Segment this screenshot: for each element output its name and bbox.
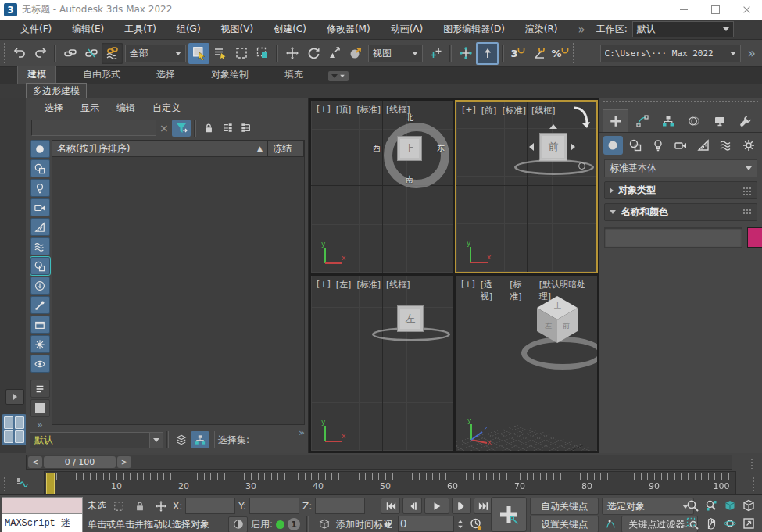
explorer-menu-edit[interactable]: 编辑 bbox=[116, 102, 135, 115]
set-keys-big-button[interactable] bbox=[491, 497, 527, 532]
zoom-region-button[interactable] bbox=[683, 516, 701, 531]
maxscript-mini-listener[interactable]: MAXScript 迷 bbox=[2, 497, 83, 532]
name-column-header[interactable]: 名称(按升序排序) ▲ bbox=[52, 141, 268, 156]
explorer-preset-dropdown[interactable]: 默认 bbox=[30, 432, 150, 448]
viewport-standard-menu[interactable]: [标准] bbox=[510, 279, 533, 302]
maximize-viewport-button[interactable] bbox=[739, 516, 757, 531]
absolute-relative-coords-toggle[interactable] bbox=[152, 498, 170, 514]
next-frame-button[interactable]: > bbox=[117, 456, 131, 468]
time-slider-handle[interactable]: < 0 / 100 > bbox=[28, 456, 131, 468]
tab-create[interactable] bbox=[603, 109, 628, 132]
display-groups-toggle[interactable] bbox=[30, 257, 50, 275]
viewcube-left-arrow-icon[interactable] bbox=[529, 143, 534, 151]
viewport-shading-menu[interactable]: [线框] bbox=[386, 279, 410, 291]
select-by-name-button[interactable] bbox=[209, 43, 231, 64]
expand-tree-button[interactable] bbox=[218, 120, 237, 137]
display-hidden-toggle[interactable] bbox=[30, 355, 50, 373]
viewcube-face[interactable]: 左 bbox=[397, 305, 424, 332]
display-space-warps-toggle[interactable] bbox=[30, 237, 50, 255]
ribbon-minimize-button[interactable] bbox=[328, 71, 349, 81]
viewport-general-menu[interactable]: [+] bbox=[461, 279, 475, 302]
compass-south-label[interactable]: 南 bbox=[406, 174, 413, 185]
bind-to-space-warp-button[interactable] bbox=[102, 43, 123, 64]
select-and-scale-button[interactable] bbox=[324, 43, 345, 64]
zoom-button[interactable] bbox=[683, 498, 701, 513]
trackbar-ruler[interactable]: 0 10 20 30 40 50 60 70 80 90 100 bbox=[44, 471, 736, 495]
maxscript-macro-pane[interactable] bbox=[2, 498, 82, 514]
compass-east-label[interactable]: 东 bbox=[437, 143, 445, 154]
tab-hierarchy[interactable] bbox=[656, 110, 680, 132]
explorer-flyout-button[interactable] bbox=[5, 389, 24, 405]
viewport-general-menu[interactable]: [+] bbox=[317, 104, 331, 116]
selection-lock-toggle[interactable] bbox=[131, 498, 148, 514]
footer-overflow-chevron[interactable]: » bbox=[299, 427, 305, 438]
trackbar-grip[interactable] bbox=[3, 477, 7, 492]
toolbar-overflow-chevron[interactable]: » bbox=[748, 45, 756, 61]
viewport-pov-menu[interactable]: [顶] bbox=[336, 104, 352, 116]
go-to-start-button[interactable] bbox=[381, 498, 400, 514]
display-xrefs-toggle[interactable] bbox=[30, 277, 50, 295]
open-mini-curve-editor-button[interactable] bbox=[11, 473, 33, 492]
menu-views[interactable]: 视图(V) bbox=[221, 23, 254, 36]
category-geometry-button[interactable] bbox=[603, 136, 623, 155]
display-geometry-toggle[interactable] bbox=[30, 140, 50, 158]
viewport-shading-menu[interactable]: [线框] bbox=[531, 105, 556, 116]
previous-frame-key-button[interactable] bbox=[402, 498, 422, 514]
viewport-pov-menu[interactable]: [左] bbox=[336, 279, 352, 291]
explorer-list[interactable]: 名称(按升序排序) ▲ 冻结 bbox=[52, 140, 305, 425]
display-cameras-toggle[interactable] bbox=[30, 198, 50, 216]
play-button[interactable] bbox=[424, 498, 449, 514]
display-lights-toggle[interactable] bbox=[30, 179, 50, 197]
viewcube[interactable]: 左 bbox=[375, 298, 445, 352]
viewport-left[interactable]: [+] [左] [标准] [线框] 左 y x bbox=[310, 275, 453, 452]
select-and-place-button[interactable] bbox=[345, 43, 366, 64]
select-and-manipulate-button[interactable] bbox=[455, 43, 476, 64]
category-helpers-button[interactable] bbox=[693, 136, 713, 155]
titlebar[interactable]: 3 无标题 - Autodesk 3ds Max 2022 bbox=[0, 0, 762, 20]
trackbar-grip[interactable] bbox=[752, 477, 756, 492]
viewport-standard-menu[interactable]: [标准] bbox=[356, 104, 381, 116]
orbit-button[interactable] bbox=[721, 516, 739, 531]
viewport-pov-menu[interactable]: [前] bbox=[481, 105, 497, 116]
category-systems-button[interactable] bbox=[739, 136, 758, 155]
time-slider-grip[interactable] bbox=[750, 458, 754, 469]
object-color-swatch[interactable] bbox=[747, 227, 762, 248]
display-materials-toggle[interactable] bbox=[30, 380, 50, 398]
ribbon-tab-selection[interactable]: 选择 bbox=[147, 66, 184, 84]
object-category-dropdown[interactable]: 标准基本体 bbox=[604, 159, 757, 177]
menu-overflow-chevron[interactable]: » bbox=[578, 23, 585, 37]
angle-snap-button[interactable] bbox=[528, 43, 549, 64]
toolbar-drag-grip[interactable] bbox=[572, 42, 576, 64]
time-slider-track[interactable]: < 0 / 100 > bbox=[26, 455, 732, 470]
zoom-all-button[interactable] bbox=[702, 498, 720, 513]
menu-edit[interactable]: 编辑(E) bbox=[72, 23, 104, 36]
viewport-top[interactable]: [+] [顶] [标准] [线框] 上 北 南 西 东 y x bbox=[310, 100, 453, 273]
menu-group[interactable]: 组(G) bbox=[177, 23, 201, 36]
search-input[interactable] bbox=[31, 120, 156, 136]
auto-key-button[interactable]: 自动关键点 bbox=[530, 498, 599, 515]
time-configuration-button[interactable] bbox=[467, 516, 485, 532]
display-blank-toggle[interactable] bbox=[30, 399, 50, 417]
viewport-shading-menu[interactable]: [线框] bbox=[386, 104, 410, 116]
select-object-button[interactable] bbox=[188, 43, 209, 64]
ribbon-tab-freeform[interactable]: 自由形式 bbox=[73, 66, 130, 84]
display-bones-toggle[interactable] bbox=[30, 296, 50, 314]
explorer-menu-customize[interactable]: 自定义 bbox=[152, 102, 181, 115]
sort-by-layer-button[interactable] bbox=[172, 431, 191, 448]
key-selection-dropdown[interactable]: 选定对象 bbox=[602, 498, 694, 515]
clear-search-icon[interactable]: × bbox=[159, 122, 169, 134]
frame-display[interactable]: 0 / 100 bbox=[44, 456, 116, 468]
explorer-menu-select[interactable]: 选择 bbox=[45, 102, 63, 115]
y-coordinate-field[interactable] bbox=[249, 498, 299, 514]
viewport-standard-menu[interactable]: [标准] bbox=[356, 279, 381, 291]
viewcube-home-dot-icon[interactable] bbox=[578, 162, 585, 170]
isolate-selection-toggle[interactable] bbox=[228, 516, 248, 532]
toolbar-drag-grip[interactable] bbox=[3, 42, 7, 64]
trackbar-frame-handle[interactable] bbox=[46, 473, 55, 495]
select-and-rotate-button[interactable] bbox=[302, 43, 324, 64]
rollout-grip-dots[interactable] bbox=[742, 187, 752, 195]
ribbon-tab-modeling[interactable]: 建模 bbox=[17, 66, 56, 84]
selection-filter-dropdown[interactable]: 全部 bbox=[125, 45, 186, 62]
category-shapes-button[interactable] bbox=[626, 136, 646, 155]
minimize-button[interactable] bbox=[668, 0, 699, 20]
